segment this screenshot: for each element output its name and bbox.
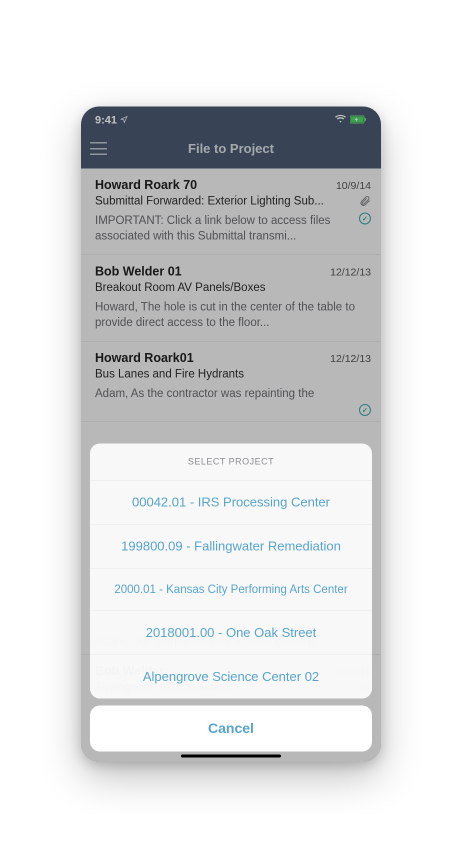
status-time: 9:41 [95,114,117,126]
action-sheet-title: SELECT PROJECT [90,444,372,480]
mail-preview: IMPORTANT: Click a link below to access … [95,212,371,244]
mail-date: 12/12/13 [330,352,371,364]
menu-button[interactable] [90,142,107,155]
project-option[interactable]: 2000.01 - Kansas City Performing Arts Ce… [90,568,372,611]
mail-preview: Adam, As the contractor was repainting t… [95,386,371,401]
mail-sender: Bob Welder 01 [95,264,182,278]
status-bar: 9:41 [81,106,381,128]
wifi-icon [335,114,346,126]
status-right [335,114,367,126]
mail-item[interactable]: Bob Welder 01 12/12/13 Breakout Room AV … [81,255,381,342]
mail-date: 12/12/13 [330,266,371,278]
page-title: File to Project [107,141,372,156]
mail-subject: Submittal Forwarded: Exterior Lighting S… [95,194,371,208]
home-indicator[interactable] [181,754,281,758]
mail-sender: Howard Roark01 [95,350,194,365]
project-option[interactable]: Alpengrove Science Center 02 [90,655,372,698]
attachment-icon [359,196,371,208]
project-option[interactable]: 2018001.00 - One Oak Street [90,611,372,655]
nav-bar: File to Project [81,128,381,168]
project-option[interactable]: 199800.09 - Fallingwater Remediation [90,524,372,568]
location-services-icon [120,114,128,126]
cancel-button[interactable]: Cancel [90,706,372,752]
action-sheet-options: SELECT PROJECT 00042.01 - IRS Processing… [90,444,372,698]
mail-preview: Howard, The hole is cut in the center of… [95,299,371,330]
phone-frame: 9:41 File to Project [81,106,381,762]
mail-subject: Bus Lanes and Fire Hydrants [95,367,371,380]
mail-sender: Howard Roark 70 [95,178,197,192]
action-sheet: SELECT PROJECT 00042.01 - IRS Processing… [90,444,372,752]
filed-check-icon [359,404,371,416]
mail-subject: Breakout Room AV Panels/Boxes [95,280,371,294]
project-option[interactable]: 00042.01 - IRS Processing Center [90,480,372,524]
battery-icon [350,114,367,126]
mail-item[interactable]: Howard Roark01 12/12/13 Bus Lanes and Fi… [81,342,381,422]
status-left: 9:41 [95,114,128,126]
mail-date: 10/9/14 [336,180,371,192]
filed-check-icon [359,212,371,224]
mail-item[interactable]: Howard Roark 70 10/9/14 Submittal Forwar… [81,168,381,255]
svg-rect-2 [364,118,366,121]
